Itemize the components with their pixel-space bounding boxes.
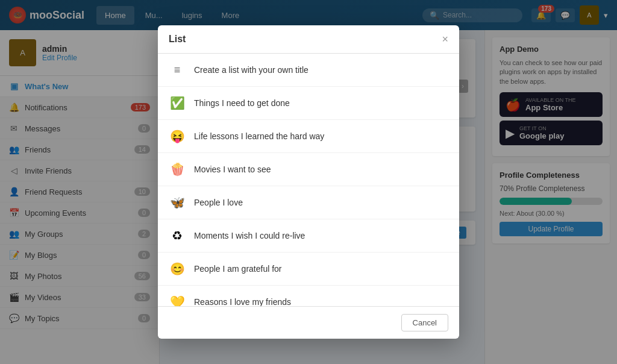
modal-overlay[interactable]: List × ≡ Create a list with your own tit… <box>0 0 617 364</box>
modal-item-2[interactable]: 😝 Life lessons I learned the hard way <box>158 120 459 153</box>
modal-item-text-1: Things I need to get done <box>194 98 290 108</box>
modal-item-text-4: People I love <box>194 198 243 207</box>
modal-header: List × <box>158 25 459 54</box>
modal-item-6[interactable]: 😊 People I am grateful for <box>158 253 459 286</box>
modal-item-icon-3: 🍿 <box>169 161 186 178</box>
modal-item-7[interactable]: 💛 Reasons I love my friends <box>158 286 459 306</box>
modal-item-1[interactable]: ✅ Things I need to get done <box>158 87 459 120</box>
modal-item-icon-6: 😊 <box>169 260 186 277</box>
cancel-button[interactable]: Cancel <box>401 314 448 331</box>
modal-item-icon-2: 😝 <box>169 128 186 145</box>
modal-item-4[interactable]: 🦋 People I love <box>158 186 459 219</box>
list-modal: List × ≡ Create a list with your own tit… <box>158 25 459 339</box>
modal-item-text-3: Movies I want to see <box>194 165 271 174</box>
modal-item-icon-4: 🦋 <box>169 194 186 211</box>
modal-item-icon-5: ♻ <box>169 227 186 244</box>
modal-close-button[interactable]: × <box>442 34 448 45</box>
modal-item-text-2: Life lessons I learned the hard way <box>194 131 324 141</box>
modal-item-icon-1: ✅ <box>169 95 186 111</box>
modal-title: List <box>169 34 186 45</box>
modal-create-list-item[interactable]: ≡ Create a list with your own title <box>158 54 459 87</box>
modal-item-text-7: Reasons I love my friends <box>194 297 291 306</box>
modal-item-text-6: People I am grateful for <box>194 264 282 274</box>
create-list-icon: ≡ <box>169 61 186 78</box>
modal-footer: Cancel <box>158 306 459 339</box>
modal-item-text-5: Moments I wish I could re-live <box>194 231 305 240</box>
modal-item-text-create: Create a list with your own title <box>194 65 308 75</box>
modal-item-5[interactable]: ♻ Moments I wish I could re-live <box>158 219 459 253</box>
modal-body: ≡ Create a list with your own title ✅ Th… <box>158 54 459 306</box>
modal-item-icon-7: 💛 <box>169 293 186 306</box>
modal-item-3[interactable]: 🍿 Movies I want to see <box>158 153 459 186</box>
